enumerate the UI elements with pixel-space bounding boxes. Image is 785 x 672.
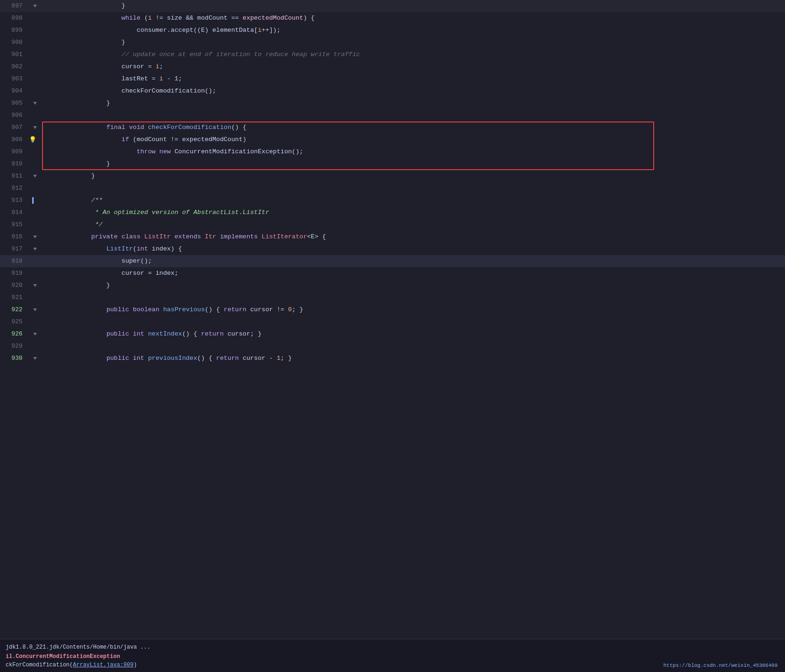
code-line: 926 public int nextIndex() { return curs… [0, 328, 785, 340]
code-token [46, 122, 107, 133]
line-gutter [28, 0, 42, 12]
line-number: 905 [0, 97, 28, 109]
line-content: cursor = i; [42, 61, 785, 73]
code-line: 921 [0, 292, 785, 304]
line-content [42, 316, 785, 328]
line-number: 899 [0, 24, 28, 36]
code-line: 900 } [0, 36, 785, 49]
fold-arrow-icon[interactable] [33, 125, 37, 130]
svg-marker-0 [33, 5, 37, 7]
line-content [42, 340, 785, 352]
fold-arrow-icon[interactable] [33, 4, 37, 8]
code-line: 930 public int previousIndex() { return … [0, 352, 785, 365]
line-content: consumer.accept((E) elementData[i++]); [42, 24, 785, 36]
line-number: 907 [0, 122, 28, 134]
fold-arrow-icon[interactable] [33, 332, 37, 336]
line-number: 917 [0, 243, 28, 255]
code-token: public boolean [107, 305, 164, 315]
line-content [42, 292, 785, 304]
line-content: ListItr(int index) { [42, 243, 785, 255]
code-token: int [136, 244, 148, 254]
line-number: 915 [0, 219, 28, 231]
lightbulb-icon[interactable]: 💡 [29, 136, 36, 143]
line-content: private class ListItr extends Itr implem… [42, 231, 785, 243]
code-token [46, 353, 107, 364]
code-token: expectedModCount [243, 13, 303, 23]
code-token: ; } [292, 305, 303, 315]
fold-arrow-icon[interactable] [33, 235, 37, 239]
code-line: 920 } [0, 279, 785, 292]
line-content: } [42, 36, 785, 49]
line-number: 914 [0, 207, 28, 219]
fold-arrow-icon[interactable] [33, 247, 37, 251]
line-number: 920 [0, 279, 28, 292]
line-content: } [42, 97, 785, 109]
line-number: 912 [0, 182, 28, 194]
code-token: super(); [46, 256, 152, 266]
fold-arrow-icon[interactable] [33, 356, 37, 361]
code-token: return [224, 305, 247, 315]
code-token: ( [141, 13, 148, 23]
line-gutter [28, 243, 42, 255]
code-token: (modCount != expectedModCount) [129, 135, 246, 145]
code-line: 897 } [0, 0, 785, 12]
code-container: 897 }898 while (i != size && modCount ==… [0, 0, 785, 639]
svg-marker-3 [33, 175, 37, 178]
fold-arrow-icon[interactable] [33, 283, 37, 288]
code-line: 922 public boolean hasPrevious() { retur… [0, 304, 785, 316]
line-number: 900 [0, 36, 28, 49]
line-number: 918 [0, 255, 28, 267]
line-number: 904 [0, 85, 28, 97]
code-line: 916 private class ListItr extends Itr im… [0, 231, 785, 243]
code-token [46, 147, 136, 157]
line-gutter [28, 207, 42, 219]
code-token: i [156, 62, 159, 72]
line-gutter [28, 340, 42, 352]
fold-arrow-icon[interactable] [33, 174, 37, 179]
code-line: 910 } [0, 158, 785, 170]
code-line: 901 // update once at end of iteration t… [0, 49, 785, 61]
fold-arrow-icon[interactable] [33, 101, 37, 106]
code-token: cursor - [239, 353, 277, 364]
line-content: } [42, 0, 785, 12]
trace-link[interactable]: ArrayList.java:909 [73, 662, 134, 668]
line-number: 930 [0, 352, 28, 365]
code-token: } [46, 1, 125, 11]
code-line: 909 throw new ConcurrentModificationExce… [0, 146, 785, 158]
svg-marker-8 [33, 333, 37, 336]
line-gutter [28, 304, 42, 316]
line-content: */ [42, 219, 785, 231]
code-token: new [159, 147, 171, 157]
svg-marker-7 [33, 308, 37, 311]
line-content: /** [42, 194, 785, 207]
line-number: 901 [0, 49, 28, 61]
code-token: nextIndex [148, 329, 182, 339]
code-line: 902 cursor = i; [0, 61, 785, 73]
code-token: <E> { [307, 232, 326, 242]
code-line: 903 lastRet = i - 1; [0, 73, 785, 85]
line-gutter [28, 182, 42, 194]
blog-link[interactable]: https://blog.csdn.net/weixin_45366499 [664, 663, 778, 668]
code-token: ( [133, 244, 136, 254]
line-gutter [28, 61, 42, 73]
code-token [156, 147, 159, 157]
line-content: cursor = index; [42, 267, 785, 279]
code-token: ConcurrentModificationException(); [171, 147, 303, 157]
code-line: 925 [0, 316, 785, 328]
line-number: 910 [0, 158, 28, 170]
code-token: /** [46, 195, 103, 206]
code-token: () { [197, 353, 216, 364]
code-token [46, 305, 107, 315]
code-line: 906 [0, 109, 785, 122]
code-token: return [216, 353, 239, 364]
line-gutter [28, 292, 42, 304]
line-gutter [28, 316, 42, 328]
code-token: cursor != [246, 305, 288, 315]
line-gutter [28, 85, 42, 97]
code-token: lastRet = [46, 74, 159, 84]
code-line: 918 super(); [0, 255, 785, 267]
fold-arrow-icon[interactable] [33, 307, 37, 312]
line-content: // update once at end of iteration to re… [42, 49, 785, 61]
code-token: private class [91, 232, 144, 242]
svg-marker-6 [33, 284, 37, 287]
